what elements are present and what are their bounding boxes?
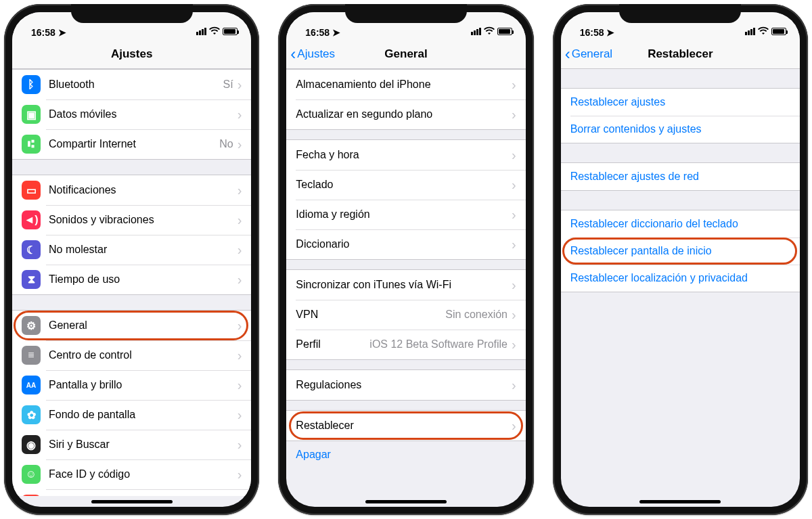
general-row-teclado[interactable]: Teclado› — [286, 170, 525, 200]
settings-row-fondo-de-pantalla[interactable]: ✿Fondo de pantalla› — [12, 400, 251, 430]
chevron-right-icon: › — [238, 78, 242, 91]
bell-icon: ▭ — [22, 181, 41, 200]
reset-option-restablecer-localización-y-privacidad[interactable]: Restablecer localización y privacidad — [561, 265, 800, 292]
chevron-right-icon: › — [238, 243, 242, 256]
status-time: 16:58 — [580, 27, 604, 38]
general-row-restablecer[interactable]: Restablecer› — [286, 411, 525, 441]
aa-icon: AA — [22, 376, 41, 394]
row-label: Sonidos y vibraciones — [49, 214, 238, 226]
settings-row-compartir-internet[interactable]: ⑆Compartir InternetNo› — [12, 129, 251, 159]
row-value: iOS 12 Beta Software Profile — [369, 338, 508, 351]
settings-row-bluetooth[interactable]: ᛒBluetoothSí› — [12, 70, 251, 99]
chevron-right-icon: › — [238, 468, 242, 481]
wifi-icon — [209, 25, 220, 38]
row-label: Pantalla y brillo — [49, 379, 238, 391]
chevron-right-icon: › — [238, 213, 242, 227]
settings-row-general[interactable]: ⚙General› — [12, 311, 251, 340]
general-row-almacenamiento-del-iphone[interactable]: Almacenamiento del iPhone› — [286, 70, 525, 99]
chevron-right-icon: › — [238, 378, 242, 392]
settings-row-datos-móviles[interactable]: ▣Datos móviles› — [12, 99, 251, 129]
back-button[interactable]: ‹ General — [565, 39, 612, 69]
row-label: Actualizar en segundo plano — [296, 108, 512, 120]
chevron-right-icon: › — [238, 438, 242, 451]
settings-list[interactable]: ᛒBluetoothSí›▣Datos móviles›⑆Compartir I… — [12, 69, 251, 496]
row-label: Tiempo de uso — [49, 273, 238, 286]
chevron-right-icon: › — [238, 273, 242, 286]
reset-option-restablecer-ajustes-de-red[interactable]: Restablecer ajustes de red — [561, 163, 800, 190]
row-label: Notificaciones — [49, 184, 238, 196]
general-row-diccionario[interactable]: Diccionario› — [286, 229, 525, 259]
settings-row-face-id-y-código[interactable]: ☺Face ID y código› — [12, 459, 251, 489]
row-label: Face ID y código — [49, 468, 238, 480]
reset-option-restablecer-pantalla-de-inicio[interactable]: Restablecer pantalla de inicio — [561, 238, 800, 265]
wifi-icon — [758, 25, 769, 38]
chevron-right-icon: › — [512, 278, 516, 292]
chevron-right-icon: › — [238, 319, 242, 332]
general-row-vpn[interactable]: VPNSin conexión› — [286, 300, 525, 330]
row-label: No molestar — [49, 244, 238, 256]
general-row-fecha-y-hora[interactable]: Fecha y hora› — [286, 140, 525, 170]
reset-option-borrar-contenidos-y-ajustes[interactable]: Borrar contenidos y ajustes — [561, 116, 800, 143]
antenna-icon: ▣ — [22, 105, 41, 124]
home-indicator[interactable] — [91, 500, 173, 503]
chevron-right-icon: › — [512, 338, 516, 351]
settings-row-emergencia-sos[interactable]: SOSEmergencia SOS› — [12, 489, 251, 496]
back-button[interactable]: ‹ Ajustes — [290, 39, 335, 69]
nav-title: Ajustes — [18, 47, 246, 61]
back-label: Ajustes — [297, 47, 335, 61]
chevron-right-icon: › — [238, 137, 242, 151]
settings-row-centro-de-control[interactable]: ≡Centro de control› — [12, 340, 251, 370]
general-list[interactable]: Almacenamiento del iPhone›Actualizar en … — [286, 69, 525, 496]
settings-row-no-molestar[interactable]: ☾No molestar› — [12, 235, 251, 265]
phone-frame-2: 16:58 ➤ ‹ Ajustes General Almacenamiento… — [278, 4, 533, 515]
home-indicator[interactable] — [365, 500, 447, 503]
row-label: Restablecer pantalla de inicio — [570, 245, 712, 256]
moon-icon: ☾ — [22, 240, 41, 259]
sos-icon: SOS — [22, 495, 41, 496]
row-label: Regulaciones — [296, 379, 512, 391]
general-row-sincronizar-con-itunes-vía-wi-fi[interactable]: Sincronizar con iTunes vía Wi-Fi› — [286, 270, 525, 300]
reset-list[interactable]: Restablecer ajustesBorrar contenidos y a… — [561, 69, 800, 496]
chevron-left-icon: ‹ — [565, 45, 570, 64]
chevron-right-icon: › — [512, 208, 516, 221]
row-label: Restablecer ajustes de red — [570, 171, 699, 182]
status-time: 16:58 — [305, 27, 330, 38]
reset-option-restablecer-ajustes[interactable]: Restablecer ajustes — [561, 89, 800, 116]
settings-row-siri-y-buscar[interactable]: ◉Siri y Buscar› — [12, 430, 251, 459]
notch — [345, 4, 467, 23]
chevron-right-icon: › — [512, 378, 516, 392]
wifi-icon — [484, 25, 495, 38]
siri-icon: ◉ — [22, 435, 41, 454]
chevron-right-icon: › — [512, 238, 516, 251]
flower-icon: ✿ — [22, 405, 41, 424]
row-label: Restablecer ajustes — [570, 96, 666, 108]
general-row-regulaciones[interactable]: Regulaciones› — [286, 370, 525, 400]
chevron-right-icon: › — [512, 419, 516, 432]
battery-icon — [223, 28, 238, 35]
general-row-actualizar-en-segundo-plano[interactable]: Actualizar en segundo plano› — [286, 99, 525, 129]
row-label: Centro de control — [49, 349, 238, 361]
location-icon: ➤ — [606, 27, 614, 38]
home-indicator[interactable] — [639, 500, 721, 503]
settings-row-sonidos-y-vibraciones[interactable]: ◄)Sonidos y vibraciones› — [12, 205, 251, 235]
chevron-left-icon: ‹ — [290, 45, 296, 64]
screen-reset: 16:58 ➤ ‹ General Restablecer Restablece… — [561, 12, 800, 507]
row-label: Siri y Buscar — [49, 438, 238, 451]
location-icon: ➤ — [332, 27, 340, 38]
chevron-right-icon: › — [512, 178, 516, 191]
speaker-icon: ◄) — [22, 210, 41, 229]
general-row-idioma-y-región[interactable]: Idioma y región› — [286, 200, 525, 229]
nav-bar: ‹ Ajustes General — [286, 39, 525, 69]
settings-row-tiempo-de-uso[interactable]: ⧗Tiempo de uso› — [12, 265, 251, 294]
settings-row-notificaciones[interactable]: ▭Notificaciones› — [12, 175, 251, 205]
general-row-perfil[interactable]: PerfiliOS 12 Beta Software Profile› — [286, 330, 525, 359]
shutdown-link[interactable]: Apagar — [286, 441, 525, 468]
reset-option-restablecer-diccionario-del-teclado[interactable]: Restablecer diccionario del teclado — [561, 210, 800, 238]
row-label: Restablecer diccionario del teclado — [570, 218, 738, 229]
settings-row-pantalla-y-brillo[interactable]: AAPantalla y brillo› — [12, 370, 251, 400]
back-label: General — [572, 47, 612, 61]
phone-frame-3: 16:58 ➤ ‹ General Restablecer Restablece… — [553, 4, 808, 515]
cellular-signal-icon — [196, 28, 206, 35]
gear-icon: ⚙ — [22, 316, 41, 335]
chevron-right-icon: › — [512, 308, 516, 321]
